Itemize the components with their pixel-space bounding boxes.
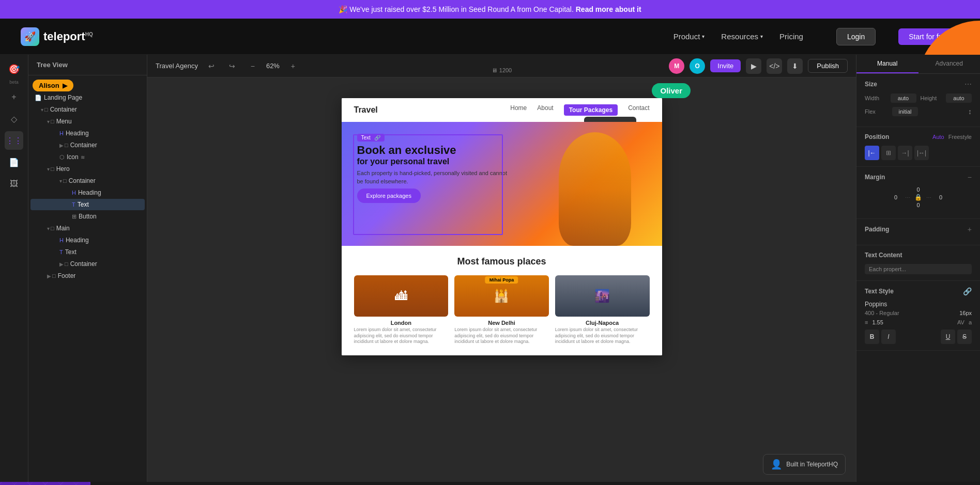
tree-item-hero[interactable]: ▾ □ Hero — [30, 163, 145, 175]
flex-value[interactable]: initial — [892, 107, 918, 116]
logo[interactable]: 🚀 teleportHQ — [21, 27, 93, 46]
canvas-area: Travel Agency ↩ ↪ − 62% + M O Invite ▶ <… — [147, 55, 856, 482]
sidebar-icon-add[interactable]: + — [5, 88, 23, 106]
avatar-m[interactable]: M — [669, 58, 684, 74]
padding-section: Padding + — [856, 219, 980, 245]
font-size[interactable]: 16px — [959, 310, 972, 316]
nav-product[interactable]: Product ▾ — [673, 32, 705, 41]
sidebar-icon-page[interactable]: 📄 — [5, 153, 23, 171]
tree-item-heading-1[interactable]: H Heading — [30, 128, 145, 139]
margin-lock-icon[interactable]: 🔒 — [914, 194, 922, 201]
pos-center-btn[interactable]: ⊞ — [881, 146, 896, 160]
width-value[interactable]: auto — [891, 93, 916, 103]
download-button[interactable]: ⬇ — [787, 58, 803, 74]
tree-item-container-1[interactable]: ▾ □ Container — [30, 104, 145, 115]
nav-pricing[interactable]: Pricing — [779, 32, 803, 41]
tree-item-text-1[interactable]: T Text — [30, 199, 145, 210]
preview-nav-home[interactable]: Home — [510, 104, 527, 116]
tree-item-container-3[interactable]: ▾ □ Container — [30, 175, 145, 186]
pos-stretch-btn[interactable]: |↔| — [914, 146, 929, 160]
app-body: 🎯 beta + ◇ ⋮⋮ 📄 🖼 Tree View Alison ▶ 📄 L… — [0, 55, 980, 482]
format-strikethrough-button[interactable]: S — [957, 330, 972, 344]
canvas-frame[interactable]: Travel Home About Tour Packages Contact … — [342, 98, 662, 355]
tab-manual[interactable]: Manual — [856, 55, 918, 73]
place-card-delhi: Mihai Popa 🕌 New Delhi Lorem ipsum dolor… — [454, 275, 549, 345]
position-title: Position — [865, 133, 889, 140]
text-content-title: Text Content — [865, 252, 902, 259]
landing-page-icon: 📄 — [35, 95, 42, 101]
font-name[interactable]: Poppins — [865, 301, 972, 308]
hero-cta-button[interactable]: Explore packages — [357, 189, 421, 203]
pos-right-btn[interactable]: →| — [898, 146, 912, 160]
heading2-icon: H — [72, 190, 76, 196]
text-style-link-icon[interactable]: 🔗 — [963, 287, 972, 295]
play-button[interactable]: ▶ — [746, 58, 761, 74]
margin-bottom-value[interactable]: 0 — [913, 202, 924, 208]
preview-nav-contact[interactable]: Contact — [628, 104, 649, 116]
height-value[interactable]: auto — [946, 93, 972, 103]
undo-button[interactable]: ↩ — [204, 59, 219, 73]
product-caret-icon: ▾ — [702, 34, 705, 39]
invite-button[interactable]: Invite — [710, 59, 741, 72]
publish-button[interactable]: Publish — [808, 59, 848, 73]
zoom-out-button[interactable]: − — [246, 59, 260, 73]
format-bold-button[interactable]: B — [865, 330, 879, 344]
redo-button[interactable]: ↪ — [225, 59, 239, 73]
sidebar-icon-diamond[interactable]: ◇ — [5, 109, 23, 128]
margin-top-value[interactable]: 0 — [913, 186, 924, 193]
login-button[interactable]: Login — [836, 28, 876, 45]
size-more-icon[interactable]: ⋯ — [964, 80, 972, 88]
position-freestyle-btn[interactable]: Freestyle — [948, 134, 972, 140]
sidebar-icon-beta: 🎯 — [5, 60, 23, 79]
tree-item-button[interactable]: ⊞ Button — [30, 211, 145, 222]
button-icon: ⊞ — [72, 213, 76, 220]
margin-section: Margin − 0 0 ⋯ 🔒 ⋯ 0 0 — [856, 167, 980, 219]
pos-left-btn[interactable]: |← — [865, 146, 879, 160]
tab-advanced[interactable]: Advanced — [918, 55, 981, 73]
preview-nav-about[interactable]: About — [537, 104, 553, 116]
tree-item-menu[interactable]: ▾ □ Menu — [30, 116, 145, 127]
canvas-viewport[interactable]: 🖥 1200 Travel Home About Tour Packages C… — [147, 77, 856, 366]
text-content-value[interactable]: Each propert... — [865, 264, 972, 274]
preview-nav-packages[interactable]: Tour Packages — [564, 104, 618, 116]
tree-item-heading-3[interactable]: H Heading — [30, 234, 145, 246]
tree-item-container-4[interactable]: ▶ □ Container — [30, 258, 145, 270]
sidebar-icon-tree[interactable]: ⋮⋮ — [5, 131, 23, 150]
height-label: Height — [921, 95, 942, 101]
nav-resources[interactable]: Resources ▾ — [721, 32, 763, 41]
sidebar-icon-image[interactable]: 🖼 — [5, 175, 23, 193]
text-style-title: Text Style — [865, 288, 894, 295]
size-width-row: Width auto Height auto — [865, 93, 972, 103]
margin-right-value[interactable]: 0 — [936, 194, 946, 200]
banner-link[interactable]: Read more about it — [576, 5, 641, 13]
project-name: Travel Agency — [156, 62, 198, 70]
tree-item-footer[interactable]: ▶ □ Footer — [30, 270, 145, 281]
text-content-header: Text Content — [865, 252, 972, 259]
tree-item-heading-2[interactable]: H Heading — [30, 187, 145, 198]
font-weight[interactable]: 400 - Regular — [865, 310, 899, 316]
margin-left-value[interactable]: 0 — [891, 194, 901, 200]
text-format-row: B I U S — [865, 330, 972, 344]
tree-item-text-2[interactable]: T Text — [30, 246, 145, 258]
avatar-o[interactable]: O — [690, 58, 705, 74]
cluj-name: Cluj-Napoca — [555, 320, 650, 326]
zoom-in-button[interactable]: + — [286, 59, 300, 73]
format-italic-button[interactable]: I — [881, 330, 896, 344]
format-underline-button[interactable]: U — [941, 330, 955, 344]
footer-icon: □ — [52, 273, 56, 279]
line-height-value[interactable]: 1.55 — [872, 319, 883, 325]
padding-title: Padding — [865, 226, 889, 233]
oliver-badge: Oliver — [652, 83, 691, 98]
announcement-banner: 🎉 We've just raised over $2.5 Million in… — [0, 0, 980, 19]
tree-item-main[interactable]: ▾ □ Main — [30, 223, 145, 234]
code-button[interactable]: </> — [767, 58, 782, 74]
margin-section-header: Margin − — [865, 173, 972, 181]
size-section: Size ⋯ Width auto Height auto Flex initi… — [856, 74, 980, 127]
tree-item-icon[interactable]: ⬡ Icon ≋ — [30, 151, 145, 163]
margin-minus-icon[interactable]: − — [968, 173, 972, 181]
tree-item-container-2[interactable]: ▶ □ Container — [30, 139, 145, 151]
hero-subtitle: for your personal travel — [357, 157, 512, 166]
tree-item-landing-page[interactable]: 📄 Landing Page — [30, 92, 145, 103]
position-auto-btn[interactable]: Auto — [932, 134, 944, 140]
padding-add-icon[interactable]: + — [968, 225, 972, 233]
